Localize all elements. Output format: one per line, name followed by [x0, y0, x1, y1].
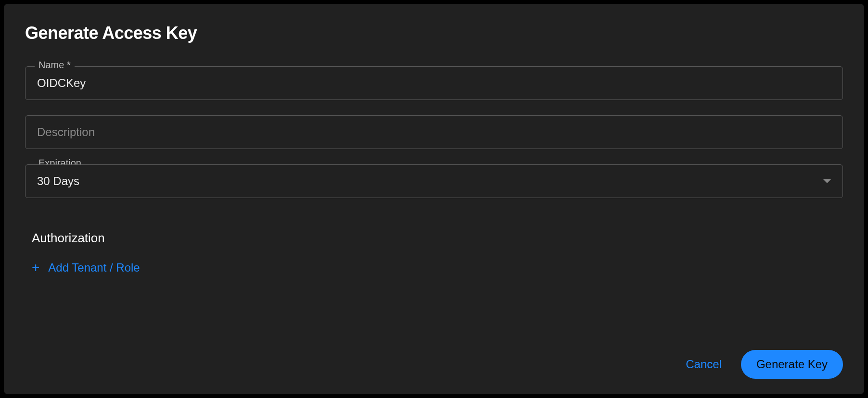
generate-access-key-modal: Generate Access Key Name * Expiration 30…	[4, 4, 864, 394]
cancel-button[interactable]: Cancel	[682, 352, 726, 377]
plus-icon: +	[32, 261, 39, 274]
name-field-container: Name *	[25, 66, 843, 100]
authorization-title: Authorization	[25, 231, 843, 246]
name-label: Name *	[35, 60, 75, 71]
button-row: Cancel Generate Key	[682, 350, 843, 379]
name-input[interactable]	[25, 66, 843, 100]
expiration-field-container: Expiration 30 Days	[25, 164, 843, 198]
description-input[interactable]	[25, 115, 843, 149]
expiration-value: 30 Days	[37, 174, 79, 188]
description-field-container	[25, 115, 843, 149]
add-button-label: Add Tenant / Role	[48, 261, 140, 274]
generate-key-button[interactable]: Generate Key	[741, 350, 843, 379]
expiration-select[interactable]: 30 Days	[25, 164, 843, 198]
add-tenant-role-button[interactable]: + Add Tenant / Role	[25, 261, 843, 274]
modal-title: Generate Access Key	[25, 23, 843, 43]
chevron-down-icon	[823, 179, 831, 183]
